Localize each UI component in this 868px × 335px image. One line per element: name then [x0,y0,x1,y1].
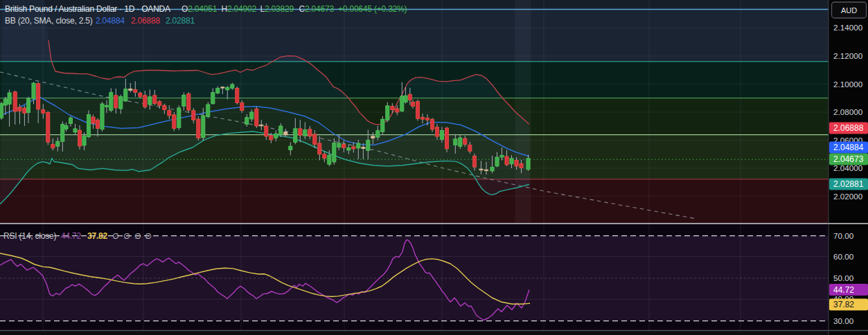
svg-text:∅: ∅ [123,232,130,240]
svg-text:2.02881: 2.02881 [166,16,195,26]
svg-text:2.14000: 2.14000 [833,23,863,32]
svg-text:2.08000: 2.08000 [833,107,863,116]
svg-text:H2.04902: H2.04902 [222,4,257,14]
svg-text:C2.04673: C2.04673 [299,4,335,14]
svg-text:BB (20, SMA, close, 2.5): BB (20, SMA, close, 2.5) [5,16,93,26]
svg-text:∅: ∅ [145,232,152,240]
svg-text:50.00: 50.00 [833,273,854,282]
svg-text:37.82: 37.82 [833,300,854,309]
svg-text:2.02881: 2.02881 [833,179,864,189]
svg-text:∅: ∅ [112,232,119,240]
svg-text:44.72: 44.72 [833,285,854,295]
svg-text:44.72: 44.72 [61,231,82,241]
svg-text:70.00: 70.00 [833,231,854,240]
svg-text:60.00: 60.00 [833,252,854,261]
svg-text:2.10000: 2.10000 [833,80,863,89]
svg-text:37.82: 37.82 [87,231,108,241]
svg-text:2.06888: 2.06888 [833,123,864,133]
svg-text:2.04884: 2.04884 [833,143,864,152]
svg-text:2.02000: 2.02000 [833,192,863,201]
svg-text:2.12000: 2.12000 [833,51,863,60]
svg-text:+0.00645 (+0.32%): +0.00645 (+0.32%) [338,4,407,14]
svg-text:O2.04051: O2.04051 [181,4,218,14]
svg-text:2.04884: 2.04884 [96,16,125,26]
svg-text:2.04673: 2.04673 [833,154,864,164]
svg-text:AUD: AUD [841,6,857,15]
svg-text:RSI (14, close): RSI (14, close) [3,231,57,241]
svg-text:30.00: 30.00 [833,316,854,325]
svg-text:∅: ∅ [134,232,141,240]
svg-text:2.06888: 2.06888 [131,16,161,26]
svg-text:L2.03829: L2.03829 [260,4,294,14]
svg-text:British Pound / Australian Dol: British Pound / Australian Dollar · 1D ·… [5,4,170,14]
